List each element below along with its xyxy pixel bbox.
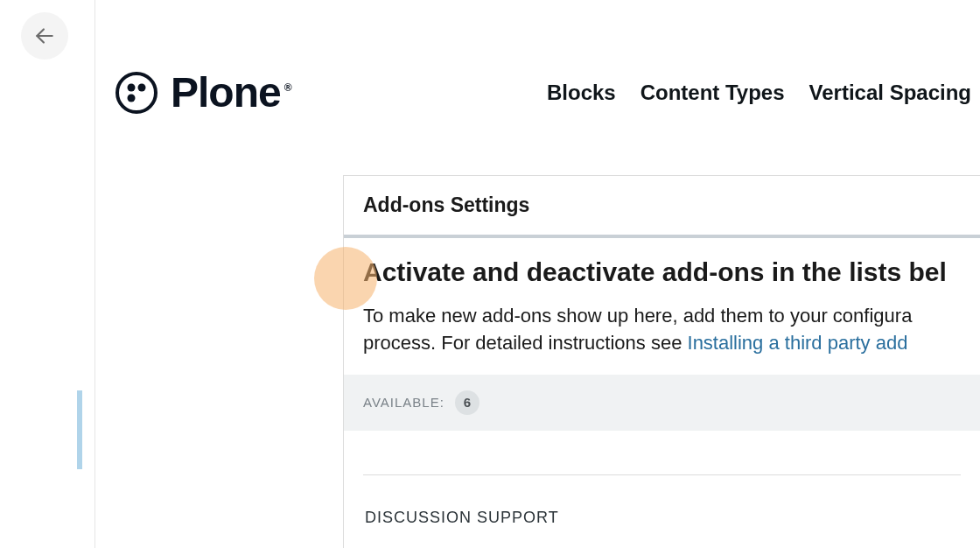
- install-docs-link[interactable]: Installing a third party add: [688, 332, 908, 354]
- back-button[interactable]: [21, 12, 68, 60]
- arrow-left-icon: [33, 25, 56, 47]
- svg-point-2: [128, 83, 136, 91]
- section-heading: Activate and deactivate add-ons in the l…: [363, 257, 961, 287]
- description-line2: process. For detailed instructions see: [363, 332, 688, 354]
- nav-content-types[interactable]: Content Types: [640, 81, 785, 105]
- nav-blocks[interactable]: Blocks: [547, 81, 616, 105]
- panel-header: Add-ons Settings: [344, 176, 980, 238]
- panel-title: Add-ons Settings: [363, 193, 961, 217]
- plone-logo-icon: [115, 71, 158, 115]
- available-bar: AVAILABLE: 6: [344, 375, 980, 431]
- nav-vertical-spacing[interactable]: Vertical Spacing: [809, 81, 971, 105]
- svg-point-3: [138, 83, 146, 91]
- addons-panel: Add-ons Settings Activate and deactivate…: [343, 175, 980, 548]
- section-description: To make new add-ons show up here, add th…: [363, 303, 961, 357]
- svg-point-4: [128, 94, 136, 102]
- brand-logo[interactable]: Plone ®: [115, 68, 291, 116]
- main-nav: Blocks Content Types Vertical Spacing: [547, 81, 971, 105]
- description-line1: To make new add-ons show up here, add th…: [363, 305, 912, 327]
- header: Plone ® Blocks Content Types Vertical Sp…: [115, 68, 980, 116]
- available-label: AVAILABLE:: [363, 395, 444, 410]
- brand-name-text: Plone: [171, 68, 281, 116]
- brand-name: Plone ®: [171, 68, 291, 116]
- brand-registered-mark: ®: [284, 81, 291, 94]
- vertical-divider: [94, 0, 95, 548]
- svg-point-1: [117, 74, 156, 112]
- addon-item-discussion-support[interactable]: DISCUSSION SUPPORT: [363, 509, 961, 527]
- available-count-badge: 6: [455, 390, 480, 415]
- addon-divider: [363, 474, 961, 475]
- panel-body: Activate and deactivate add-ons in the l…: [344, 238, 980, 527]
- side-accent-bar: [77, 390, 82, 469]
